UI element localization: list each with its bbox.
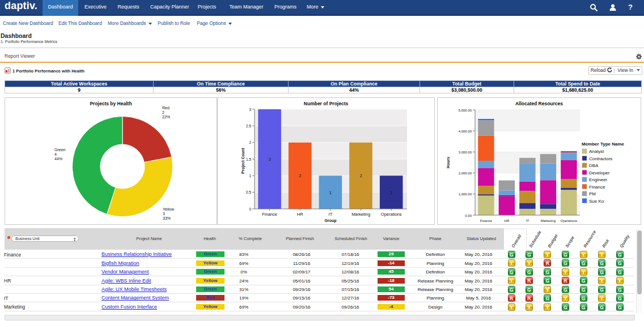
svg-text:Green: Green xyxy=(54,148,66,152)
svg-text:Hours: Hours xyxy=(446,157,450,168)
svg-text:3: 3 xyxy=(249,108,251,112)
svg-text:2: 2 xyxy=(249,140,251,144)
svg-text:Sue Ko: Sue Ko xyxy=(589,199,604,204)
svg-text:Red: Red xyxy=(162,106,170,110)
svg-text:1: 1 xyxy=(249,174,251,178)
svg-text:0.5: 0.5 xyxy=(246,190,251,194)
svg-text:HR: HR xyxy=(297,212,303,217)
svg-text:Operations: Operations xyxy=(381,212,402,217)
svg-text:2,000.00: 2,000.00 xyxy=(459,172,472,175)
svg-text:0: 0 xyxy=(249,207,251,211)
svg-text:Engineer: Engineer xyxy=(589,177,607,182)
svg-text:2.5: 2.5 xyxy=(246,124,251,128)
svg-text:4: 4 xyxy=(54,152,57,156)
svg-text:Finance: Finance xyxy=(480,219,493,222)
svg-text:Group: Group xyxy=(325,219,337,223)
svg-text:Developer: Developer xyxy=(589,170,610,176)
svg-text:Project Count: Project Count xyxy=(241,147,245,174)
svg-text:3,000.00: 3,000.00 xyxy=(459,151,472,154)
svg-text:HR: HR xyxy=(505,219,510,222)
svg-text:33%: 33% xyxy=(163,216,171,220)
svg-text:Contractors: Contractors xyxy=(589,156,612,161)
svg-text:Finance: Finance xyxy=(589,185,605,190)
svg-text:PM: PM xyxy=(589,191,596,196)
svg-text:4,000.00: 4,000.00 xyxy=(459,130,472,133)
svg-text:Member Type Name: Member Type Name xyxy=(582,142,625,147)
svg-text:0.00: 0.00 xyxy=(465,214,472,217)
svg-text:1,000.00: 1,000.00 xyxy=(459,192,472,196)
svg-text:IT: IT xyxy=(526,219,529,222)
svg-text:Yellow: Yellow xyxy=(163,207,175,211)
svg-text:1: 1 xyxy=(329,191,332,195)
svg-text:2: 2 xyxy=(299,174,301,178)
svg-text:Marketing: Marketing xyxy=(541,219,556,222)
svg-text:44%: 44% xyxy=(54,157,62,161)
svg-text:Analyst: Analyst xyxy=(589,149,604,154)
svg-text:2: 2 xyxy=(360,174,362,178)
svg-text:1: 1 xyxy=(390,191,392,195)
svg-text:IT: IT xyxy=(329,212,333,217)
svg-text:Operations: Operations xyxy=(561,219,577,222)
svg-text:Finance: Finance xyxy=(262,212,277,217)
svg-text:1.5: 1.5 xyxy=(246,157,251,161)
svg-text:Marketing: Marketing xyxy=(351,212,370,217)
svg-text:2: 2 xyxy=(162,110,164,114)
svg-text:DBA: DBA xyxy=(589,163,599,168)
svg-text:5,000.00: 5,000.00 xyxy=(459,109,472,112)
svg-text:3: 3 xyxy=(163,212,165,216)
svg-text:3: 3 xyxy=(269,157,271,161)
svg-text:22%: 22% xyxy=(162,115,170,119)
